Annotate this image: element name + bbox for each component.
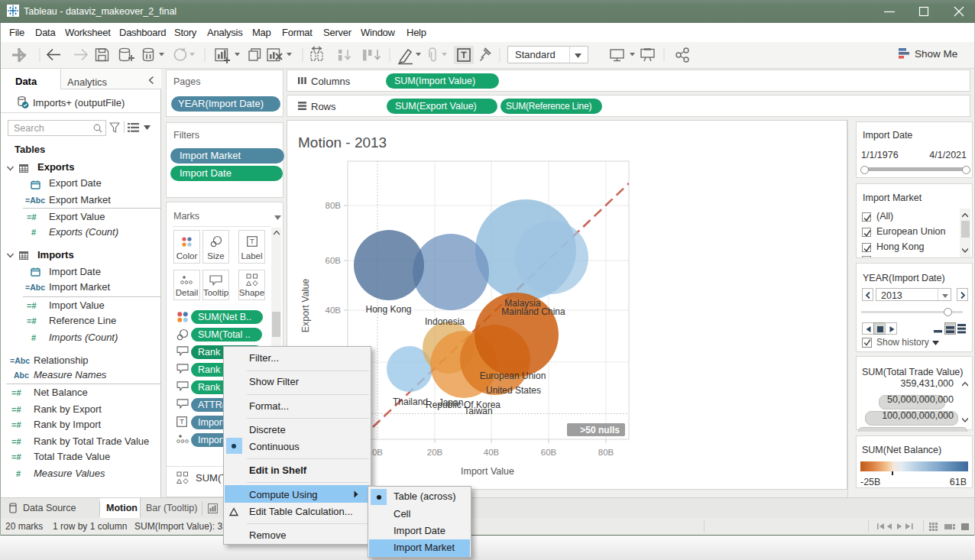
svg-text:40B: 40B xyxy=(326,306,342,315)
svg-text:80B: 80B xyxy=(598,448,614,457)
svg-text:0B: 0B xyxy=(372,448,383,457)
svg-text:80B: 80B xyxy=(326,201,342,210)
svg-text:United States: United States xyxy=(486,385,541,396)
svg-text:Taiwan: Taiwan xyxy=(464,406,492,416)
svg-text:Indonesia: Indonesia xyxy=(425,316,465,327)
svg-text:Import Value: Import Value xyxy=(461,466,514,477)
svg-text:T: T xyxy=(250,237,254,245)
svg-text:60B: 60B xyxy=(326,256,342,265)
svg-text:20B: 20B xyxy=(427,448,443,457)
svg-text:Thailand: Thailand xyxy=(393,397,428,407)
svg-text:European Union: European Union xyxy=(480,371,546,381)
svg-text:Hong Kong: Hong Kong xyxy=(365,304,411,315)
svg-text:60B: 60B xyxy=(541,448,557,457)
svg-text:Export Value: Export Value xyxy=(300,279,311,333)
svg-text:>50 nulls: >50 nulls xyxy=(580,425,620,435)
svg-text:Motion - 2013: Motion - 2013 xyxy=(298,134,387,151)
svg-text:T: T xyxy=(180,417,184,426)
svg-text:40B: 40B xyxy=(484,448,500,457)
svg-text:Mainland China: Mainland China xyxy=(501,306,565,317)
